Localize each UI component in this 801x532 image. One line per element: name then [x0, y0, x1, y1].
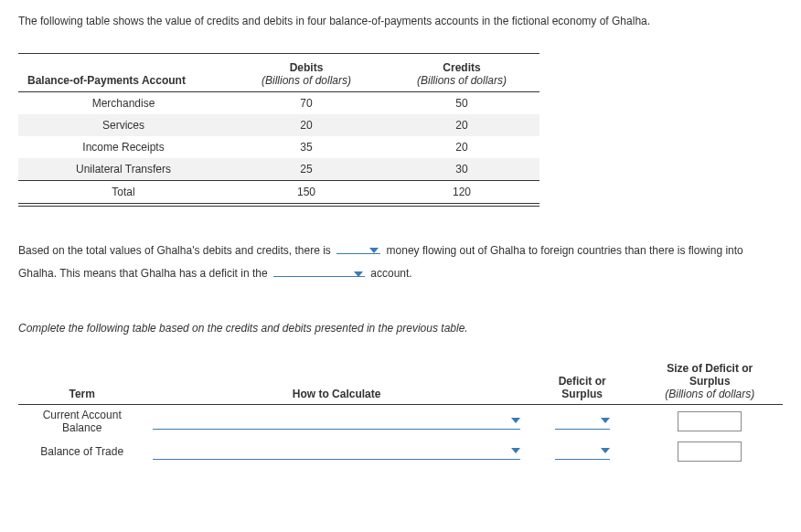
svg-marker-4: [511, 448, 520, 453]
term-cell: Current Account Balance: [18, 404, 145, 438]
caret-down-icon: [601, 416, 610, 425]
col-account-header: Balance-of-Payments Account: [18, 57, 229, 92]
intro-text: The following table shows the value of c…: [18, 15, 783, 27]
answer-table: Term How to Calculate Deficit or Surplus…: [18, 358, 783, 465]
table-row: Merchandise 70 50: [18, 91, 539, 114]
col-deficit-surplus-header: Deficit or Surplus: [528, 358, 637, 405]
dropdown-deficit-surplus[interactable]: [555, 413, 610, 430]
dropdown-account-type[interactable]: [273, 262, 365, 277]
table-row: Balance of Trade: [18, 438, 783, 465]
caret-down-icon: [369, 239, 379, 262]
dropdown-how-to-calculate[interactable]: [153, 443, 519, 460]
caret-down-icon: [354, 262, 363, 285]
svg-marker-0: [369, 248, 379, 253]
svg-marker-3: [601, 418, 610, 423]
col-calc-header: How to Calculate: [145, 358, 527, 405]
dropdown-more-less[interactable]: [336, 239, 380, 254]
svg-marker-2: [511, 418, 520, 423]
table-row: Unilateral Transfers 25 30: [18, 158, 539, 181]
table-row: Current Account Balance: [18, 404, 783, 438]
col-credits-header: Credits (Billions of dollars): [384, 57, 539, 92]
fill-in-paragraph: Based on the total values of Ghalha's de…: [18, 239, 783, 285]
term-cell: Balance of Trade: [18, 438, 145, 465]
svg-marker-1: [354, 271, 363, 277]
caret-down-icon: [601, 446, 610, 455]
size-input[interactable]: [678, 442, 742, 462]
instruction-text: Complete the following table based on th…: [18, 322, 783, 335]
col-size-header: Size of Deficit or Surplus (Billions of …: [637, 358, 783, 405]
col-term-header: Term: [18, 358, 145, 405]
table-row: Income Receipts 35 20: [18, 136, 539, 158]
dropdown-deficit-surplus[interactable]: [555, 443, 610, 460]
caret-down-icon: [511, 416, 520, 425]
size-input[interactable]: [678, 411, 742, 431]
col-debits-header: Debits (Billions of dollars): [229, 57, 384, 92]
balance-of-payments-table: Balance-of-Payments Account Debits (Bill…: [18, 53, 539, 207]
dropdown-how-to-calculate[interactable]: [153, 413, 519, 430]
svg-marker-5: [601, 448, 610, 453]
table-total-row: Total 150 120: [18, 180, 539, 203]
table-row: Services 20 20: [18, 114, 539, 136]
caret-down-icon: [511, 446, 520, 455]
